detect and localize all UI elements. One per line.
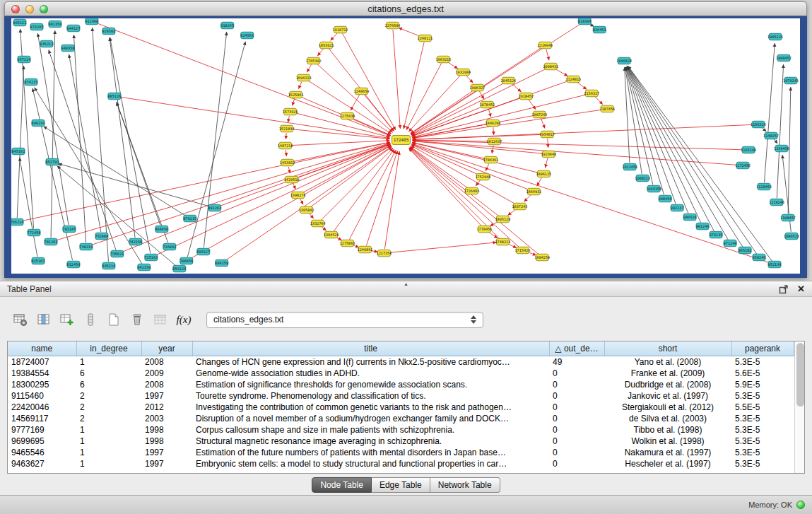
graph-node[interactable]: 812456 <box>67 261 81 268</box>
close-panel-icon[interactable]: ✕ <box>797 284 805 293</box>
show-columns-icon[interactable] <box>35 310 53 329</box>
graph-node[interactable]: 1715426 <box>514 247 530 254</box>
graph-node[interactable]: 1453812 <box>280 159 295 166</box>
column-header-in_degree[interactable]: in_degree <box>76 341 141 356</box>
table-row[interactable]: 977716911998Corpus callosum shape and si… <box>8 424 794 436</box>
graph-node[interactable]: 1246891 <box>358 246 373 253</box>
graph-node[interactable]: 948356 <box>61 45 75 52</box>
graph-node[interactable]: 1275438 <box>340 112 355 119</box>
graph-node[interactable]: 1148257 <box>763 132 779 139</box>
graph-node[interactable]: 742158 <box>129 238 142 245</box>
graph-node[interactable]: 1765392 <box>306 57 322 64</box>
graph-node[interactable]: 874215 <box>25 78 38 86</box>
graph-node[interactable]: 842159 <box>137 264 151 271</box>
graph-node[interactable]: 1853021 <box>319 42 334 49</box>
graph-node[interactable]: 1963215 <box>436 56 452 63</box>
graph-node[interactable]: 825163 <box>32 257 45 264</box>
graph-node[interactable]: 725163 <box>144 254 158 261</box>
graph-node[interactable]: 1864932 <box>526 188 541 195</box>
graph-node[interactable]: 735621 <box>110 250 124 257</box>
graph-node[interactable]: 981246 <box>696 223 710 230</box>
tab-network-table[interactable]: Network Table <box>430 477 500 493</box>
graph-node[interactable]: 708456 <box>180 257 193 264</box>
graph-node[interactable]: 885126 <box>107 93 121 100</box>
graph-node[interactable]: 1625841 <box>288 91 304 98</box>
graph-node[interactable]: 973245 <box>30 23 44 30</box>
graph-node[interactable]: 1429510 <box>284 176 300 183</box>
graph-node[interactable]: 986524 <box>683 214 697 221</box>
graph-node[interactable]: 1304529 <box>324 231 339 238</box>
table-row[interactable]: 911546021997Tourette syndrome. Phenomeno… <box>8 390 794 402</box>
minimize-button[interactable] <box>25 5 34 13</box>
graph-node[interactable]: 1165248 <box>741 146 756 153</box>
graph-node[interactable]: 896234 <box>32 119 45 127</box>
graph-node[interactable]: 772458 <box>28 229 41 236</box>
graph-node[interactable]: 1987243 <box>531 111 547 118</box>
graph-node[interactable]: 781263 <box>45 238 58 245</box>
graph-node[interactable]: 2098432 <box>543 63 558 70</box>
graph-node[interactable]: 1046824 <box>616 57 632 64</box>
graph-node[interactable]: 1088452 <box>776 54 792 62</box>
graph-node[interactable]: 1918712 <box>333 26 348 33</box>
graph-node[interactable]: 918245 <box>220 22 234 29</box>
new-file-icon[interactable] <box>105 310 123 329</box>
graph-node[interactable]: 1846290 <box>485 119 500 127</box>
graph-node[interactable]: 1119246 <box>769 199 784 206</box>
table-row[interactable]: 1830029562008Estimation of significance … <box>8 379 794 390</box>
graph-node[interactable]: 856123 <box>172 265 186 272</box>
function-builder-icon[interactable]: f(x) <box>175 310 193 329</box>
graph-node[interactable]: 1932084 <box>455 69 471 76</box>
graph-node[interactable]: 1172456 <box>735 162 751 169</box>
network-canvas[interactable]: 1724051918712185302117653921694213162584… <box>11 18 800 274</box>
graph-node[interactable]: 976135 <box>710 231 723 238</box>
graph-node[interactable]: 1521834 <box>279 125 295 132</box>
graph-node[interactable]: 952134 <box>768 261 782 268</box>
import-table-icon[interactable] <box>151 310 170 329</box>
graph-node[interactable]: 2248121 <box>418 35 433 42</box>
graph-node[interactable]: 1487216 <box>278 142 293 149</box>
table-row[interactable]: 1938455462009Genome-wide association stu… <box>8 368 794 379</box>
table-options-icon[interactable] <box>11 310 30 329</box>
table-select-combobox[interactable]: citations_edges.txt <box>206 312 483 328</box>
table-row[interactable]: 1456911722003Disruption of a novel membe… <box>8 413 794 424</box>
graph-node[interactable]: 835214 <box>102 262 116 269</box>
graph-node[interactable]: 1812637 <box>486 138 502 145</box>
graph-node[interactable]: 852793 <box>46 158 59 165</box>
table-row[interactable]: 969969511998Structural magnetic resonanc… <box>8 436 794 447</box>
graph-node[interactable]: 1748213 <box>495 238 510 245</box>
graph-node[interactable]: 981356 <box>49 21 62 28</box>
graph-node[interactable]: 818304 <box>578 18 592 25</box>
graph-node[interactable]: 926583 <box>102 28 116 35</box>
graph-node[interactable]: 998456 <box>659 195 672 202</box>
graph-node[interactable]: 1784361 <box>483 156 498 163</box>
graph-node[interactable]: 1139456 <box>774 145 789 152</box>
table-row[interactable]: 946554611997Estimation of the future num… <box>8 447 794 458</box>
table-scrollbar[interactable] <box>794 341 806 473</box>
graph-node[interactable]: 1095126 <box>767 33 783 40</box>
graph-node[interactable]: 1726483 <box>464 187 479 194</box>
column-header-pagerank[interactable]: pagerank <box>731 341 794 356</box>
graph-node[interactable]: 1837245 <box>512 203 527 210</box>
graph-node[interactable]: 716842 <box>163 243 176 250</box>
single-column-icon[interactable] <box>81 310 100 329</box>
column-header-name[interactable]: name <box>8 341 76 356</box>
graph-node[interactable]: 912468 <box>86 18 99 25</box>
graph-node[interactable]: 752984 <box>95 233 109 240</box>
graph-node[interactable]: 1248659 <box>354 88 370 95</box>
graph-node[interactable]: 1079243 <box>783 77 799 84</box>
graph-node[interactable]: 1008213 <box>635 175 650 182</box>
window-titlebar[interactable]: citations_edges.txt <box>4 1 807 16</box>
delete-icon[interactable] <box>128 310 146 329</box>
graph-node[interactable]: 2187456 <box>599 105 615 112</box>
graph-node[interactable]: 1012456 <box>622 163 637 170</box>
table-row[interactable]: 1872400712008Changes of HCN gene express… <box>8 356 794 368</box>
graph-node[interactable]: 1878452 <box>479 101 495 108</box>
graph-node[interactable]: 1096523 <box>784 233 799 240</box>
graph-node[interactable]: 994127 <box>67 25 81 32</box>
graph-node[interactable]: 868456 <box>155 226 168 233</box>
close-button[interactable] <box>11 5 20 13</box>
column-header-short[interactable]: short <box>604 341 731 356</box>
graph-node[interactable]: 1108457 <box>780 214 796 221</box>
graph-node[interactable]: 1906327 <box>469 84 485 91</box>
graph-node[interactable]: 1923648 <box>541 151 556 158</box>
